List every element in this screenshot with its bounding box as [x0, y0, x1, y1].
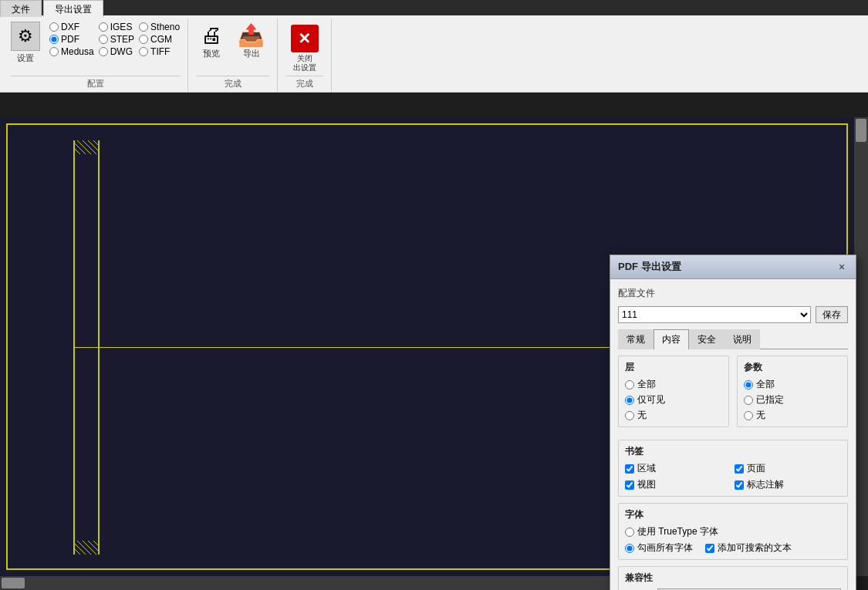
layers-title: 层	[625, 361, 722, 374]
params-section: 参数 全部 已指定 无	[737, 356, 848, 427]
pdf-export-dialog: PDF 导出设置 × 配置文件 111 保存 常规 内容 安全 说明	[610, 255, 856, 590]
bookmarks-title: 书签	[625, 445, 841, 458]
radio-iges[interactable]: IGES	[99, 22, 134, 32]
param-specified[interactable]: 已指定	[744, 393, 841, 406]
font-truetype[interactable]: 使用 TrueType 字体	[625, 525, 718, 538]
scrollbar-thumb[interactable]	[856, 119, 866, 142]
save-config-button[interactable]: 保存	[816, 306, 848, 323]
export-icon: 📤	[238, 25, 265, 46]
font-outline[interactable]: 勾画所有字体	[625, 541, 693, 555]
radio-dxf[interactable]: DXF	[49, 22, 94, 32]
right-line	[98, 140, 100, 555]
dialog-titlebar: PDF 导出设置 ×	[610, 255, 856, 279]
params-options: 全部 已指定 无	[744, 378, 841, 422]
hatch-bottom	[74, 541, 99, 555]
ribbon-group-complete1: 🖨 预览 📤 导出 完成	[188, 19, 278, 92]
preview-label: 预览	[203, 48, 220, 59]
ribbon-group-config: ⚙ 设置 DXF PDF Medusa IGES STEP DWG Stheno	[3, 19, 188, 92]
tab-security[interactable]: 安全	[689, 329, 724, 349]
dialog-title: PDF 导出设置	[618, 260, 681, 274]
left-line	[73, 140, 75, 555]
settings-label: 设置	[17, 52, 34, 64]
tab-export-settings[interactable]: 导出设置	[43, 0, 103, 17]
layers-params-row: 层 全部 仅可见 无 参数 全部 已指定 无	[618, 356, 848, 433]
config-group-label: 配置	[11, 76, 180, 92]
config-file-label: 配置文件	[618, 287, 655, 300]
param-none[interactable]: 无	[744, 409, 841, 422]
font-options2: 勾画所有字体 添加可搜索的文本	[625, 541, 841, 555]
complete1-group-label: 完成	[196, 76, 269, 92]
font-section: 字体 使用 TrueType 字体 勾画所有字体 添加可搜索的文本	[618, 503, 848, 560]
radio-dwg[interactable]: DWG	[99, 46, 134, 57]
radio-cgm[interactable]: CGM	[139, 34, 180, 45]
tab-file[interactable]: 文件	[0, 0, 42, 17]
font-title: 字体	[625, 508, 841, 521]
radio-stheno[interactable]: Stheno	[139, 22, 180, 32]
export-button[interactable]: 📤 导出	[233, 22, 269, 62]
params-title: 参数	[744, 361, 841, 374]
layers-options: 全部 仅可见 无	[625, 378, 722, 422]
radio-medusa[interactable]: Medusa	[49, 46, 94, 57]
ribbon-complete2-content: ✕ 关闭出设置	[285, 19, 323, 76]
format-radio-col1: DXF PDF Medusa	[49, 22, 94, 57]
layer-all[interactable]: 全部	[625, 378, 722, 391]
ribbon-group-complete2: ✕ 关闭出设置 完成	[278, 19, 332, 92]
ribbon-complete1-content: 🖨 预览 📤 导出	[196, 19, 269, 76]
radio-tiff[interactable]: TIFF	[139, 46, 180, 57]
dialog-close-button[interactable]: ×	[836, 261, 848, 273]
preview-button[interactable]: 🖨 预览	[196, 22, 227, 62]
bookmark-view[interactable]: 视图	[625, 478, 731, 491]
config-file-select[interactable]: 111	[618, 306, 811, 323]
bookmarks-section: 书签 区域 页面 视图 标志注解	[618, 440, 848, 497]
bookmark-page[interactable]: 页面	[735, 462, 841, 475]
layer-none[interactable]: 无	[625, 409, 722, 422]
bookmark-region[interactable]: 区域	[625, 462, 731, 475]
preview-icon: 🖨	[201, 25, 222, 46]
tab-general[interactable]: 常规	[618, 329, 654, 349]
layers-section: 层 全部 仅可见 无	[618, 356, 729, 427]
dialog-tabs: 常规 内容 安全 说明	[618, 329, 848, 349]
config-file-row: 配置文件	[618, 287, 848, 300]
dialog-body: 配置文件 111 保存 常规 内容 安全 说明 层 全部	[610, 279, 856, 590]
param-all[interactable]: 全部	[744, 378, 841, 391]
font-options: 使用 TrueType 字体	[625, 525, 841, 538]
settings-icon[interactable]: ⚙	[11, 22, 40, 51]
tab-content[interactable]: 内容	[654, 329, 689, 349]
format-radio-col2: IGES STEP DWG	[99, 22, 134, 57]
compat-title: 兼容性	[625, 571, 841, 585]
config-file-input-row: 111 保存	[618, 306, 848, 323]
bottom-scrollbar-thumb[interactable]	[2, 578, 25, 588]
bookmark-legend[interactable]: 标志注解	[735, 478, 841, 491]
font-searchable[interactable]: 添加可搜索的文本	[705, 541, 792, 555]
close-settings-label: 关闭出设置	[293, 54, 316, 72]
format-radio-col3: Stheno CGM TIFF	[139, 22, 180, 57]
compat-section: 兼容性 另存为 PDF PDF/A PDF/E	[618, 566, 848, 590]
radio-step[interactable]: STEP	[99, 34, 134, 45]
ribbon-config-content: ⚙ 设置 DXF PDF Medusa IGES STEP DWG Stheno	[11, 19, 180, 76]
close-settings-icon[interactable]: ✕	[291, 25, 319, 52]
tab-notes[interactable]: 说明	[724, 329, 760, 349]
close-settings-wrapper[interactable]: ✕ 关闭出设置	[291, 25, 319, 72]
export-label: 导出	[243, 48, 260, 59]
bookmarks-options: 区域 页面 视图 标志注解	[625, 462, 841, 491]
complete2-group-label: 完成	[285, 76, 323, 92]
radio-pdf[interactable]: PDF	[49, 34, 94, 45]
layer-visible[interactable]: 仅可见	[625, 393, 722, 406]
hatch-top	[74, 140, 99, 154]
